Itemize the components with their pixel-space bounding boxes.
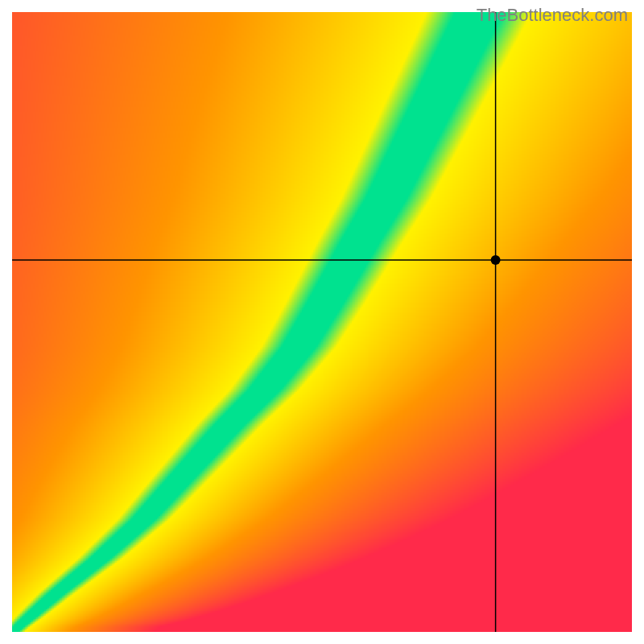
bottleneck-heatmap bbox=[0, 0, 644, 644]
watermark-text: TheBottleneck.com bbox=[477, 5, 628, 26]
chart-container: TheBottleneck.com bbox=[0, 0, 644, 644]
